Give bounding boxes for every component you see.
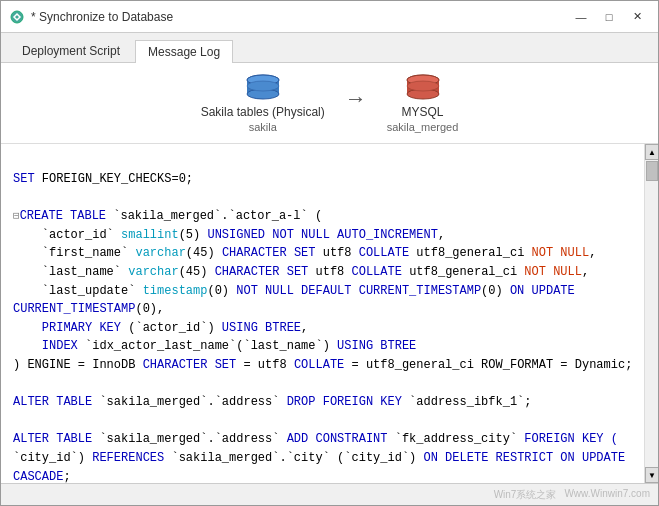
scrollbar-thumb[interactable] [646, 161, 658, 181]
tab-deployment-script[interactable]: Deployment Script [9, 39, 133, 62]
source-item: Sakila tables (Physical) sakila [201, 73, 325, 133]
watermark-text: Win7系统之家 Www.Winwin7.com [494, 488, 650, 502]
status-bar: Win7系统之家 Www.Winwin7.com [1, 483, 658, 505]
code-block: SET FOREIGN_KEY_CHECKS=0; ⊟CREATE TABLE … [13, 170, 632, 483]
main-window: * Synchronize to Database — □ ✕ Deployme… [0, 0, 659, 506]
dest-sub: sakila_merged [387, 121, 459, 133]
close-button[interactable]: ✕ [624, 7, 650, 27]
source-dest-bar: Sakila tables (Physical) sakila → MYSQL … [1, 63, 658, 144]
dest-db-icon [405, 73, 441, 103]
dest-item: MYSQL sakila_merged [387, 73, 459, 133]
tabs-bar: Deployment Script Message Log [1, 33, 658, 63]
svg-point-5 [247, 81, 279, 91]
source-sub: sakila [249, 121, 277, 133]
window-title: * Synchronize to Database [31, 10, 568, 24]
dest-name: MYSQL [402, 105, 444, 119]
svg-point-0 [11, 11, 23, 23]
maximize-button[interactable]: □ [596, 7, 622, 27]
minimize-button[interactable]: — [568, 7, 594, 27]
arrow-icon: → [345, 86, 367, 112]
scrollbar[interactable]: ▲ ▼ [644, 144, 658, 483]
source-db-icon [245, 73, 281, 103]
tab-message-log[interactable]: Message Log [135, 40, 233, 63]
script-area: SET FOREIGN_KEY_CHECKS=0; ⊟CREATE TABLE … [1, 144, 658, 483]
source-name: Sakila tables (Physical) [201, 105, 325, 119]
scrollbar-up-btn[interactable]: ▲ [645, 144, 658, 160]
scrollbar-down-btn[interactable]: ▼ [645, 467, 658, 483]
window-controls: — □ ✕ [568, 7, 650, 27]
script-content[interactable]: SET FOREIGN_KEY_CHECKS=0; ⊟CREATE TABLE … [1, 144, 644, 483]
window-icon [9, 9, 25, 25]
svg-point-10 [407, 81, 439, 91]
title-bar: * Synchronize to Database — □ ✕ [1, 1, 658, 33]
